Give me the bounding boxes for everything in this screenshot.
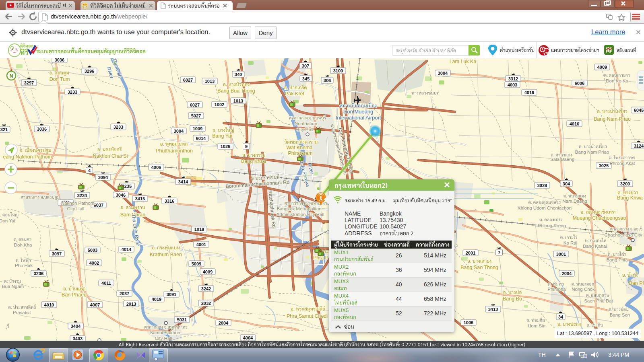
svg-text:1009: 1009 — [193, 126, 202, 131]
svg-text:Phimpha: Phimpha — [547, 287, 566, 292]
svg-text:6045: 6045 — [634, 108, 644, 113]
svg-text:345: 345 — [302, 76, 310, 81]
svg-text:4003: 4003 — [508, 82, 517, 87]
svg-text:Mueang Chachoengsao: Mueang Chachoengsao — [573, 215, 626, 221]
svg-text:Lam Luk Ka: Lam Luk Ka — [450, 59, 477, 64]
svg-text:Pho Hak: Pho Hak — [15, 263, 33, 268]
svg-text:3004: 3004 — [438, 71, 448, 76]
svg-text:Bang Bua Thong: Bang Bua Thong — [217, 88, 255, 94]
svg-text:5031: 5031 — [177, 317, 187, 322]
svg-text:Phutthamonthon: Phutthamonthon — [156, 148, 193, 154]
svg-text:3414: 3414 — [178, 179, 188, 184]
svg-text:3236: 3236 — [34, 271, 43, 276]
svg-text:Krathum Baen: Krathum Baen — [150, 252, 182, 257]
svg-text:Chachoengsa City Hall: Chachoengsa City Hall — [605, 232, 644, 237]
svg-text:International Airport: International Airport — [336, 115, 381, 121]
svg-text:4019: 4019 — [152, 297, 161, 302]
svg-text:City Hall: City Hall — [67, 206, 85, 211]
svg-text:Ban Pl: Ban Pl — [629, 280, 644, 286]
svg-text:4007: 4007 — [90, 302, 100, 307]
svg-text:4010: 4010 — [44, 302, 54, 307]
svg-text:3404: 3404 — [71, 324, 81, 329]
svg-text:9: 9 — [245, 144, 248, 149]
svg-text:Bang Phia: Bang Phia — [606, 257, 628, 262]
svg-text:Khlong Preng: Khlong Preng — [538, 223, 566, 228]
svg-text:Nam Daeng: Nam Daeng — [562, 199, 587, 204]
svg-text:2004: 2004 — [562, 271, 572, 276]
svg-text:6037: 6037 — [94, 203, 103, 208]
svg-text:5009: 5009 — [192, 261, 201, 266]
svg-text:3200: 3200 — [620, 181, 630, 186]
svg-text:3004: 3004 — [174, 129, 184, 134]
svg-text:3036: 3036 — [37, 127, 47, 132]
svg-text:3234: 3234 — [77, 193, 87, 198]
svg-text:4001: 4001 — [196, 242, 206, 247]
svg-text:6006: 6006 — [575, 81, 584, 86]
svg-text:2037: 2037 — [120, 291, 129, 296]
svg-text:Ko Rai: Ko Rai — [564, 241, 578, 245]
svg-text:3312: 3312 — [508, 76, 518, 81]
svg-text:6027: 6027 — [183, 78, 193, 82]
svg-text:Khlong Udom Chonlachon: Khlong Udom Chonlachon — [518, 206, 572, 210]
svg-text:City Hall: City Hall — [155, 336, 172, 341]
svg-text:4009: 4009 — [597, 65, 607, 70]
svg-text:7: 7 — [498, 250, 500, 255]
svg-text:Bang Khwa: Bang Khwa — [617, 195, 643, 201]
svg-text:Bang Son: Bang Son — [610, 313, 630, 317]
svg-text:1026: 1026 — [221, 144, 230, 149]
svg-text:2004: 2004 — [219, 321, 229, 325]
svg-text:4004: 4004 — [243, 335, 253, 340]
svg-text:Bang Nam Priao: Bang Nam Priao — [575, 150, 609, 154]
svg-text:3097: 3097 — [52, 251, 62, 256]
svg-text:Prasatsit: Prasatsit — [13, 310, 31, 315]
svg-text:1002: 1002 — [215, 102, 224, 107]
svg-text:Bang Nam Priao: Bang Nam Priao — [594, 116, 631, 122]
svg-text:3413: 3413 — [488, 307, 498, 312]
svg-text:Bang Yai: Bang Yai — [212, 133, 232, 139]
svg-text:Phrong Akat: Phrong Akat — [610, 161, 635, 166]
svg-text:Nong Chok: Nong Chok — [572, 287, 595, 292]
svg-text:340: 340 — [235, 72, 242, 77]
svg-text:4014: 4014 — [122, 247, 132, 252]
svg-text:3242: 3242 — [201, 286, 211, 291]
svg-text:306: 306 — [324, 78, 331, 83]
svg-text:Bangkok Metropolitan: Bangkok Metropolitan — [277, 206, 321, 211]
svg-text:6014: 6014 — [196, 136, 206, 141]
svg-text:3124: 3124 — [634, 144, 644, 148]
svg-text:Bua Ngam: Bua Ngam — [2, 284, 24, 289]
svg-text:3025: 3025 — [599, 163, 609, 168]
svg-text:3094: 3094 — [98, 175, 108, 180]
svg-text:Bang Sao Thong: Bang Sao Thong — [460, 265, 498, 270]
svg-text:4002: 4002 — [89, 261, 99, 265]
svg-text:1013: 1013 — [233, 99, 243, 103]
svg-text:5027: 5027 — [191, 113, 201, 118]
svg-text:Saen Phu Dat: Saen Phu Dat — [584, 298, 613, 303]
svg-text:4: 4 — [88, 168, 91, 173]
svg-text:1013: 1013 — [205, 79, 215, 84]
svg-text:Nakhon Chai Si: Nakhon Chai Si — [93, 153, 128, 159]
svg-text:4016: 4016 — [524, 90, 534, 95]
svg-text:4011: 4011 — [101, 281, 111, 286]
svg-text:Hom Sin: Hom Sin — [528, 323, 545, 328]
svg-text:Don Mueang: Don Mueang — [343, 109, 373, 115]
svg-text:3415: 3415 — [135, 196, 145, 201]
svg-text:3028: 3028 — [537, 183, 547, 188]
svg-text:3036: 3036 — [55, 58, 64, 62]
svg-text:Administration City Hall: Administration City Hall — [277, 212, 324, 217]
svg-text:1018: 1018 — [194, 227, 204, 232]
svg-text:2013: 2013 — [126, 302, 136, 306]
svg-text:3233: 3233 — [114, 125, 123, 130]
svg-text:3001: 3001 — [556, 252, 566, 257]
svg-text:Sala Daeng: Sala Daeng — [550, 157, 574, 162]
svg-text:4009: 4009 — [203, 269, 213, 274]
svg-text:3297: 3297 — [24, 80, 34, 85]
svg-text:Don Tum: Don Tum — [50, 76, 70, 82]
svg-text:3091: 3091 — [167, 292, 176, 297]
svg-text:2032: 2032 — [201, 301, 211, 306]
svg-text:4016: 4016 — [570, 121, 579, 126]
svg-text:Bang Kruai: Bang Kruai — [241, 158, 266, 164]
svg-text:Don Ko Ka: Don Ko Ka — [606, 78, 628, 83]
svg-text:Ban Phaeo: Ban Phaeo — [62, 292, 87, 298]
svg-text:304: 304 — [563, 181, 570, 186]
svg-text:3403: 3403 — [73, 336, 83, 341]
